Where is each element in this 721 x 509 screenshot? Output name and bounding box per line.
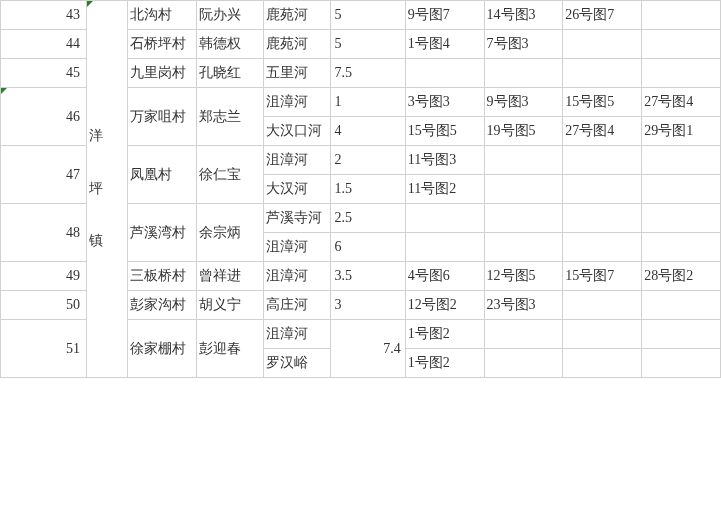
table-row: 43 洋 坪 镇 北沟村 阮办兴 鹿苑河 5 9号图7 14号图3 26号图7 <box>1 1 721 30</box>
cell-ref1: 11号图3 <box>405 146 484 175</box>
cell-river: 大汉口河 <box>263 117 330 146</box>
corner-marker-icon <box>1 88 7 94</box>
cell-ref4 <box>642 233 721 262</box>
cell-river: 鹿苑河 <box>263 1 330 30</box>
town-char: 洋 <box>89 125 103 147</box>
cell-ref1 <box>405 204 484 233</box>
town-char: 镇 <box>89 230 103 252</box>
cell-index: 51 <box>1 320 87 378</box>
cell-ref2 <box>484 59 563 88</box>
cell-ref2: 19号图5 <box>484 117 563 146</box>
cell-village: 彭家沟村 <box>127 291 196 320</box>
cell-value: 1 <box>330 88 405 117</box>
cell-ref2 <box>484 204 563 233</box>
cell-index: 50 <box>1 291 87 320</box>
cell-river: 高庄河 <box>263 291 330 320</box>
cell-ref3: 15号图5 <box>563 88 642 117</box>
cell-value: 2.5 <box>330 204 405 233</box>
cell-river: 鹿苑河 <box>263 30 330 59</box>
cell-river: 沮漳河 <box>263 146 330 175</box>
cell-ref3 <box>563 146 642 175</box>
cell-river: 大汉河 <box>263 175 330 204</box>
cell-ref4 <box>642 320 721 349</box>
cell-village: 石桥坪村 <box>127 30 196 59</box>
cell-ref3: 27号图4 <box>563 117 642 146</box>
cell-ref1: 15号图5 <box>405 117 484 146</box>
cell-index: 44 <box>1 30 87 59</box>
cell-ref4 <box>642 175 721 204</box>
cell-ref2 <box>484 233 563 262</box>
cell-person: 胡义宁 <box>196 291 263 320</box>
cell-ref4 <box>642 59 721 88</box>
cell-value: 2 <box>330 146 405 175</box>
cell-index: 47 <box>1 146 87 204</box>
cell-ref4 <box>642 349 721 378</box>
cell-ref1: 1号图2 <box>405 349 484 378</box>
cell-index: 49 <box>1 262 87 291</box>
cell-village: 芦溪湾村 <box>127 204 196 262</box>
cell-index: 45 <box>1 59 87 88</box>
cell-ref2 <box>484 349 563 378</box>
cell-ref4 <box>642 146 721 175</box>
cell-value: 7.5 <box>330 59 405 88</box>
cell-ref2: 14号图3 <box>484 1 563 30</box>
cell-person: 孔晓红 <box>196 59 263 88</box>
cell-ref3 <box>563 175 642 204</box>
cell-ref4 <box>642 204 721 233</box>
cell-index: 43 <box>1 1 87 30</box>
cell-ref1: 1号图2 <box>405 320 484 349</box>
cell-ref2: 23号图3 <box>484 291 563 320</box>
cell-person: 徐仁宝 <box>196 146 263 204</box>
cell-index: 48 <box>1 204 87 262</box>
cell-ref2: 9号图3 <box>484 88 563 117</box>
cell-ref3: 15号图7 <box>563 262 642 291</box>
cell-ref3: 26号图7 <box>563 1 642 30</box>
cell-person: 彭迎春 <box>196 320 263 378</box>
cell-ref3 <box>563 291 642 320</box>
cell-ref4: 29号图1 <box>642 117 721 146</box>
cell-ref3 <box>563 233 642 262</box>
cell-village: 三板桥村 <box>127 262 196 291</box>
town-char: 坪 <box>89 178 103 200</box>
cell-ref4: 28号图2 <box>642 262 721 291</box>
cell-ref3 <box>563 204 642 233</box>
cell-ref1 <box>405 59 484 88</box>
cell-river: 五里河 <box>263 59 330 88</box>
cell-ref2: 7号图3 <box>484 30 563 59</box>
cell-ref4 <box>642 291 721 320</box>
cell-person: 余宗炳 <box>196 204 263 262</box>
cell-river: 沮漳河 <box>263 320 330 349</box>
cell-index: 46 <box>1 88 87 146</box>
data-table: 43 洋 坪 镇 北沟村 阮办兴 鹿苑河 5 9号图7 14号图3 26号图7 … <box>0 0 721 378</box>
cell-value: 6 <box>330 233 405 262</box>
cell-river: 芦溪寺河 <box>263 204 330 233</box>
cell-value: 5 <box>330 30 405 59</box>
cell-town: 洋 坪 镇 <box>86 1 127 378</box>
cell-value: 3 <box>330 291 405 320</box>
cell-ref1: 9号图7 <box>405 1 484 30</box>
cell-ref3 <box>563 30 642 59</box>
cell-ref2 <box>484 320 563 349</box>
cell-ref3 <box>563 59 642 88</box>
cell-person: 曾祥进 <box>196 262 263 291</box>
cell-ref1 <box>405 233 484 262</box>
cell-ref4: 27号图4 <box>642 88 721 117</box>
cell-ref1: 12号图2 <box>405 291 484 320</box>
cell-ref4 <box>642 1 721 30</box>
cell-ref3 <box>563 349 642 378</box>
cell-value: 3.5 <box>330 262 405 291</box>
cell-village: 万家咀村 <box>127 88 196 146</box>
cell-value: 7.4 <box>330 320 405 378</box>
cell-person: 阮办兴 <box>196 1 263 30</box>
cell-river: 沮漳河 <box>263 233 330 262</box>
cell-ref4 <box>642 30 721 59</box>
cell-river: 罗汉峪 <box>263 349 330 378</box>
cell-village: 九里岗村 <box>127 59 196 88</box>
cell-value: 4 <box>330 117 405 146</box>
cell-ref2: 12号图5 <box>484 262 563 291</box>
cell-person: 郑志兰 <box>196 88 263 146</box>
cell-river: 沮漳河 <box>263 262 330 291</box>
cell-ref2 <box>484 175 563 204</box>
cell-river: 沮漳河 <box>263 88 330 117</box>
cell-village: 北沟村 <box>127 1 196 30</box>
